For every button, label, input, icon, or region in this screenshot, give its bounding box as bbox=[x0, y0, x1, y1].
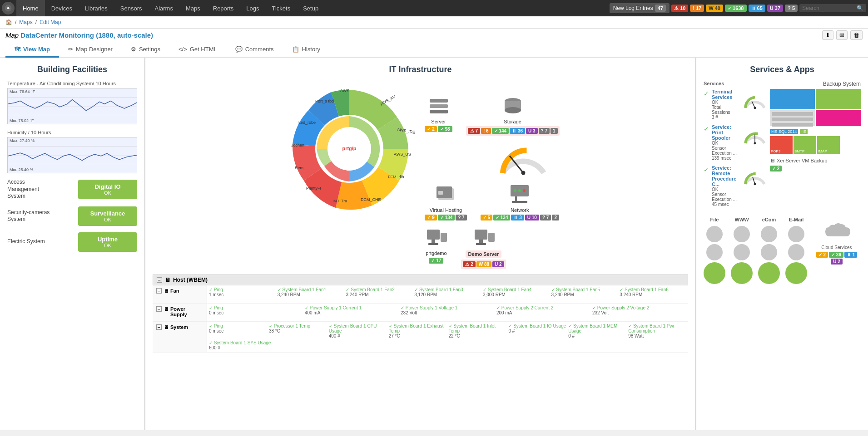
file-label: File bbox=[710, 217, 719, 222]
download-button[interactable]: ⬇ bbox=[822, 30, 833, 40]
badge-critical[interactable]: ⚠ 10 bbox=[671, 5, 688, 12]
terminal-gauge bbox=[744, 89, 766, 112]
tab-settings[interactable]: ⚙ Settings bbox=[122, 42, 169, 58]
server-label: Server bbox=[431, 119, 446, 124]
log-entries-button[interactable]: New Log Entries 47 bbox=[610, 3, 670, 13]
svg-rect-26 bbox=[430, 104, 448, 108]
rpc-name[interactable]: Service: Remote Procedure C... bbox=[712, 165, 741, 187]
cloud-column: Cloud Services ✓ 2 ✓ 36 ⏸ 1 U 2 bbox=[813, 217, 861, 284]
backup-label: Backup System bbox=[770, 81, 861, 87]
www-label: WWW bbox=[734, 217, 749, 222]
wbem-cell: ✓ System Board 1 Fan2 3,240 RPM bbox=[346, 287, 412, 301]
badge-warning[interactable]: ! 17 bbox=[690, 5, 704, 12]
nav-maps[interactable]: Maps bbox=[179, 0, 207, 16]
svg-point-39 bbox=[514, 189, 516, 192]
svg-text:FFM_dih: FFM_dih bbox=[388, 175, 404, 179]
log-entries-label: New Log Entries bbox=[613, 5, 653, 11]
breadcrumb-edit-map[interactable]: Edit Map bbox=[40, 19, 61, 25]
it-device-network[interactable]: Network ✓ 5 ✓ 134 ⏸ 3 U 10 ? 7 2 bbox=[481, 183, 559, 220]
nav-reports[interactable]: Reports bbox=[207, 0, 240, 16]
svg-rect-48 bbox=[476, 243, 486, 245]
network-label: Network bbox=[511, 207, 529, 213]
donut-chart: AWS_AU AWS_IDE AWS_US FFM_dih DCM_CHE MJ… bbox=[281, 81, 417, 217]
wbem-title: − 🖥 Host (WBEM) bbox=[153, 274, 688, 285]
search-input[interactable] bbox=[802, 5, 857, 11]
uptime-button[interactable]: Uptime OK bbox=[78, 232, 137, 252]
tab-view-map[interactable]: 🗺 View Map bbox=[5, 42, 59, 58]
terminal-info: Terminal Services OK Total Sessions 3 # bbox=[712, 89, 741, 120]
svg-point-55 bbox=[754, 183, 756, 185]
nav-tickets[interactable]: Tickets bbox=[265, 0, 297, 16]
backup-tile-2 bbox=[816, 89, 861, 109]
search-box[interactable]: 🔍 bbox=[799, 4, 866, 12]
storage-badges: ⚠ 7 ! 6 ✓ 144 ⏸ 36 U 3 ? 7 1 bbox=[466, 126, 560, 136]
nav-right-section: New Log Entries 47 ⚠ 10 ! 17 W 40 ✓ 1638… bbox=[610, 3, 866, 13]
badge-unknown[interactable]: ? 5 bbox=[785, 5, 798, 12]
humidity-min-label: Min: 25.40 % bbox=[10, 167, 34, 172]
email-label: E-Mail bbox=[789, 217, 804, 222]
collapse-icon[interactable]: − bbox=[157, 277, 162, 283]
fan-label: − 🖥 Fan bbox=[153, 285, 207, 303]
svg-text:MJ_Tra: MJ_Tra bbox=[333, 199, 347, 203]
wbem-cell: ✓ System Board 1 Fan4 3,000 RPM bbox=[483, 287, 550, 301]
it-device-demo-server[interactable]: Demo Server ⚠ 2 W 88 U 2 bbox=[461, 226, 506, 269]
system-icon: 🖥 bbox=[164, 324, 169, 330]
server-icon bbox=[427, 94, 450, 117]
pop3-label: POP3 bbox=[771, 149, 780, 153]
surveillance-button[interactable]: Surveillance OK bbox=[78, 206, 137, 226]
app-logo[interactable] bbox=[2, 2, 15, 15]
services-column: Services ✓ Terminal Services OK Total Se… bbox=[704, 81, 766, 211]
ecom-column: eCom bbox=[758, 217, 780, 284]
electric-system-label: Electric System bbox=[7, 238, 45, 245]
tab-comments[interactable]: 💬 Comments bbox=[226, 42, 283, 58]
nav-setup[interactable]: Setup bbox=[297, 0, 325, 16]
print-name[interactable]: Service: Print Spooler bbox=[712, 124, 741, 141]
fan-collapse[interactable]: − bbox=[156, 288, 162, 294]
nav-libraries[interactable]: Libraries bbox=[79, 0, 114, 16]
tab-get-html[interactable]: </> Get HTML bbox=[169, 42, 226, 58]
home-icon[interactable]: 🏠 bbox=[5, 19, 12, 25]
badge-up[interactable]: ✓ 1638 bbox=[725, 5, 747, 12]
digital-io-button[interactable]: Digital IO OK bbox=[78, 180, 137, 199]
wbem-cell: ✓ Ping 1 msec bbox=[209, 287, 276, 301]
nav-devices[interactable]: Devices bbox=[45, 0, 79, 16]
it-device-virtual-hosting[interactable]: Virtual Hosting ✓ 9 ✓ 134 ? 7 bbox=[425, 183, 466, 220]
wbem-cell: ✓ System Board 1 Fan3 3,120 RPM bbox=[414, 287, 481, 301]
badge-yellow[interactable]: W 40 bbox=[706, 5, 723, 12]
badge-paused[interactable]: ⏸ 65 bbox=[749, 5, 765, 12]
nav-home[interactable]: Home bbox=[16, 0, 45, 16]
wbem-cell: ✓ System Board 1 MEM Usage 0 # bbox=[568, 323, 626, 338]
power-collapse[interactable]: − bbox=[156, 306, 162, 312]
delete-button[interactable]: 🗑 bbox=[850, 30, 863, 40]
svg-rect-42 bbox=[427, 230, 440, 240]
nav-logs[interactable]: Logs bbox=[240, 0, 265, 16]
nav-sensors[interactable]: Sensors bbox=[114, 0, 149, 16]
wbem-cell: ✓ System Board 1 Fan1 3,240 RPM bbox=[278, 287, 344, 301]
wbem-cell: ✓ System Board 1 IO Usage 0 # bbox=[508, 323, 566, 338]
tab-map-designer[interactable]: ✏ Map Designer bbox=[59, 42, 122, 58]
it-device-prtgdemo[interactable]: prtgdemo ✓ 17 bbox=[425, 226, 447, 269]
it-device-server[interactable]: Server ✓ 2 ✓ 98 bbox=[425, 94, 452, 136]
terminal-status: OK bbox=[712, 100, 741, 105]
badge-unusual[interactable]: U 37 bbox=[767, 5, 783, 12]
temperature-chart: Max: 76.64 °F Min: 75.02 °F bbox=[7, 88, 137, 124]
tab-history[interactable]: 📋 History bbox=[283, 42, 329, 58]
system-collapse[interactable]: − bbox=[156, 324, 162, 330]
security-cameras-label: Security-cameras System bbox=[7, 209, 57, 223]
access-management-label: Access Management System bbox=[7, 179, 57, 200]
file-circle-3 bbox=[704, 262, 725, 284]
email-button[interactable]: ✉ bbox=[836, 30, 848, 40]
cloud-icon bbox=[821, 220, 853, 243]
terminal-name[interactable]: Terminal Services bbox=[712, 89, 741, 100]
nav-alarms[interactable]: Alarms bbox=[149, 0, 179, 16]
tabs-bar: 🗺 View Map ✏ Map Designer ⚙ Settings </>… bbox=[0, 42, 868, 58]
service-terminal: ✓ Terminal Services OK Total Sessions 3 … bbox=[704, 89, 766, 120]
ecom-circle-2 bbox=[761, 244, 777, 260]
ecom-circle-3 bbox=[758, 262, 780, 284]
rpc-info: Service: Remote Procedure C... OK Sensor… bbox=[712, 165, 741, 207]
it-device-storage[interactable]: Storage ⚠ 7 ! 6 ✓ 144 ⏸ 36 U 3 ? 7 1 bbox=[466, 94, 560, 136]
xen-badge[interactable]: ✓ 2 bbox=[770, 166, 782, 171]
virtual-hosting-badges: ✓ 9 ✓ 134 ? 7 bbox=[425, 215, 466, 220]
breadcrumb-maps[interactable]: Maps bbox=[19, 19, 32, 25]
svg-rect-45 bbox=[441, 233, 447, 242]
